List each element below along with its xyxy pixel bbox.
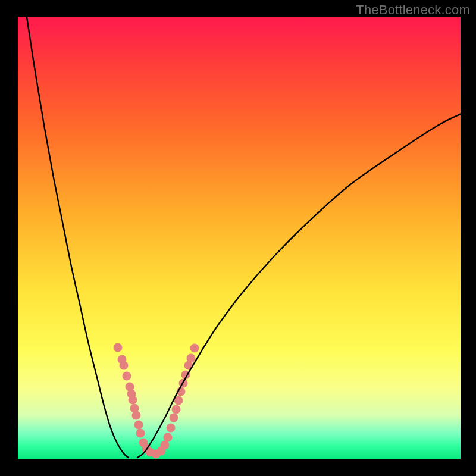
highlight-dot xyxy=(123,372,131,381)
highlight-dot xyxy=(132,411,141,420)
marker-layer xyxy=(114,343,199,459)
highlight-dot xyxy=(134,421,143,430)
highlight-dot xyxy=(114,343,123,352)
highlight-dot xyxy=(172,405,181,414)
highlight-dot xyxy=(129,396,137,405)
highlight-dot xyxy=(190,344,199,353)
highlight-dot xyxy=(164,433,173,442)
highlight-dot xyxy=(187,354,196,363)
highlight-dot xyxy=(120,361,129,370)
highlight-dot xyxy=(136,429,145,438)
watermark-text: TheBottleneck.com xyxy=(356,2,470,18)
highlight-dot xyxy=(170,414,178,422)
curve-left-branch xyxy=(27,17,129,458)
chart-canvas xyxy=(18,17,461,459)
curve-right-branch xyxy=(137,114,461,458)
highlight-dot xyxy=(161,441,170,450)
highlight-dot xyxy=(167,424,176,433)
bottleneck-curve-plot xyxy=(18,17,461,459)
